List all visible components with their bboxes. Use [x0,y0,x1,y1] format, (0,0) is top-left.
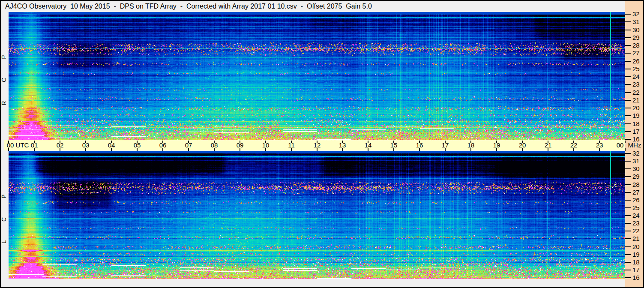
freq-tick [625,277,631,278]
freq-label: 25 [632,204,643,212]
freq-label: 24 [632,212,643,219]
freq-label: 19 [632,112,643,120]
hour-label: 15 [387,141,400,149]
freq-tick [625,153,631,154]
freq-tick [625,84,631,85]
hour-label: 22 [567,141,580,149]
freq-tick [625,161,631,162]
hour-label: 01 [28,141,41,149]
spectrogram-lcp-panel [9,151,625,279]
freq-label: 19 [632,251,643,258]
hour-label: 21 [542,141,554,149]
rcp-axis-label: R C P [0,46,7,106]
freq-label: 31 [632,157,643,165]
freq-tick [625,262,631,263]
freq-tick [625,21,631,22]
freq-label: 29 [632,34,643,42]
hour-label: 05 [131,141,144,149]
freq-label: 21 [632,96,643,104]
hour-label: 04 [105,141,118,149]
freq-label: 16 [632,135,643,143]
app-window: AJ4CO Observatory 10 May 2015 - DPS on T… [0,0,644,288]
freq-tick [625,223,631,224]
freq-tick [625,108,631,108]
utc-unit-label: UTC [15,141,29,149]
hour-label: 20 [516,141,529,149]
freq-tick [625,123,631,124]
freq-label: 16 [632,274,643,282]
freq-tick [625,92,631,93]
hour-label: 17 [439,141,452,149]
freq-tick [625,14,631,15]
freq-label: 28 [632,42,643,49]
freq-label: 20 [632,104,643,112]
freq-label: 24 [632,73,643,81]
freq-tick [625,192,631,193]
freq-label: 23 [632,81,643,88]
freq-label: 28 [632,181,643,189]
hour-label: 16 [413,141,426,149]
freq-tick [625,254,631,255]
freq-tick [625,246,631,247]
freq-label: 31 [632,18,643,26]
freq-tick [625,115,631,116]
freq-tick [625,131,631,132]
freq-label: 30 [632,165,643,173]
freq-tick [625,207,631,208]
hour-label: 03 [79,141,92,149]
freq-tick [625,200,631,201]
freq-label: 17 [632,266,643,274]
freq-label: 32 [632,150,643,157]
freq-label: 25 [632,65,643,73]
hour-label: 11 [285,141,298,149]
lcp-axis-label: L C P [0,185,7,245]
hour-label: 00 [4,141,17,149]
hour-label: 02 [54,141,66,149]
hour-label: 14 [362,141,374,149]
freq-tick [625,45,631,46]
spectrogram-rcp-panel [9,12,625,140]
freq-label: 20 [632,243,643,251]
freq-tick [625,238,631,239]
freq-tick [625,37,631,38]
freq-tick [625,61,631,62]
freq-tick [625,69,631,69]
freq-tick [625,176,631,177]
freq-tick [625,76,631,77]
freq-label: 22 [632,89,643,96]
freq-label: 21 [632,235,643,243]
freq-label: 26 [632,57,643,65]
freq-label: 30 [632,26,643,34]
freq-label: 23 [632,219,643,227]
freq-tick [625,215,631,216]
freq-tick [625,270,631,270]
freq-tick [625,231,631,231]
hour-label: 19 [490,141,503,149]
hour-label: 23 [593,141,606,149]
hour-label: 10 [259,141,272,149]
freq-label: 18 [632,120,643,128]
freq-label: 17 [632,128,643,135]
hour-label: 07 [182,141,195,149]
freq-label: 29 [632,173,643,180]
freq-tick [625,168,631,169]
hour-label: 12 [311,141,323,149]
freq-label: 27 [632,49,643,57]
page-title: AJ4CO Observatory 10 May 2015 - DPS on T… [5,1,372,12]
freq-tick [625,30,631,30]
freq-tick [625,53,631,54]
freq-label: 26 [632,196,643,204]
freq-label: 32 [632,10,643,18]
hour-label: 08 [208,141,221,149]
hour-label: 06 [156,141,169,149]
hour-label: 00 [614,141,626,149]
hour-label: 13 [336,141,349,149]
hour-label: 09 [234,141,246,149]
freq-label: 18 [632,258,643,266]
freq-label: 27 [632,189,643,196]
hour-label: 18 [464,141,477,149]
freq-tick [625,139,631,140]
freq-tick [625,100,631,101]
freq-tick [625,184,631,185]
freq-label: 22 [632,227,643,235]
